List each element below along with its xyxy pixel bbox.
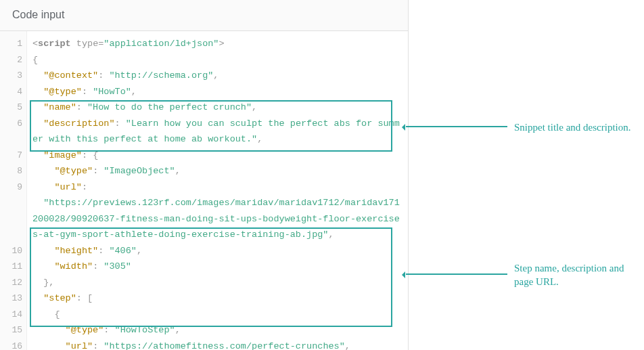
code-line[interactable]: "name": "How to do the perfect crunch", <box>32 100 402 116</box>
line-number <box>0 131 22 148</box>
line-number <box>0 211 22 227</box>
code-line[interactable]: "url": "https://athomefitness.com/perfec… <box>32 338 402 351</box>
code-line[interactable]: "description": "Learn how you can sculpt… <box>32 116 402 148</box>
code-panel: Code input 12345678910111213141516171819… <box>0 0 409 350</box>
code-editor[interactable]: <script type="application/ld+json">{ "@c… <box>27 31 408 350</box>
code-line[interactable]: "height": "406", <box>32 243 402 259</box>
line-number: 16 <box>0 338 22 351</box>
line-number <box>0 195 22 211</box>
line-number: 2 <box>0 52 22 68</box>
line-number: 12 <box>0 275 22 291</box>
code-line[interactable]: "@type": "HowTo", <box>32 84 402 100</box>
code-line[interactable]: <script type="application/ld+json"> <box>32 36 402 52</box>
line-number: 8 <box>0 163 22 179</box>
panel-title: Code input <box>0 0 408 31</box>
annotation-step: Step name, description and page URL. <box>514 261 643 289</box>
line-number: 14 <box>0 307 22 323</box>
code-line[interactable]: "@type": "ImageObject", <box>32 163 402 179</box>
line-number: 4 <box>0 84 22 100</box>
line-number: 7 <box>0 148 22 164</box>
code-line[interactable]: }, <box>32 275 402 291</box>
arrow-icon <box>406 274 507 275</box>
line-number <box>0 227 22 243</box>
code-line[interactable]: "url": <box>32 179 402 196</box>
line-number: 3 <box>0 68 22 84</box>
line-number-gutter: 12345678910111213141516171819 <box>0 31 27 350</box>
code-line[interactable]: "@context": "http://schema.org", <box>32 68 402 84</box>
code-line[interactable]: "width": "305" <box>32 259 402 275</box>
line-number: 9 <box>0 179 22 196</box>
code-line[interactable]: { <box>32 307 402 323</box>
line-number: 15 <box>0 322 22 338</box>
code-line[interactable]: "image": { <box>32 148 402 164</box>
code-line[interactable]: "https://previews.123rf.com/images/marid… <box>32 195 402 243</box>
line-number: 13 <box>0 290 22 307</box>
annotation-snippet: Snippet title and description. <box>514 121 643 134</box>
line-number: 6 <box>0 116 22 132</box>
code-line[interactable]: "@type": "HowToStep", <box>32 322 402 338</box>
code-line[interactable]: "step": [ <box>32 290 402 307</box>
code-body: 12345678910111213141516171819 <script ty… <box>0 31 408 350</box>
line-number: 10 <box>0 243 22 259</box>
line-number: 11 <box>0 259 22 275</box>
code-line[interactable]: { <box>32 52 402 68</box>
line-number: 5 <box>0 100 22 116</box>
line-number: 1 <box>0 36 22 52</box>
arrow-icon <box>406 126 507 127</box>
